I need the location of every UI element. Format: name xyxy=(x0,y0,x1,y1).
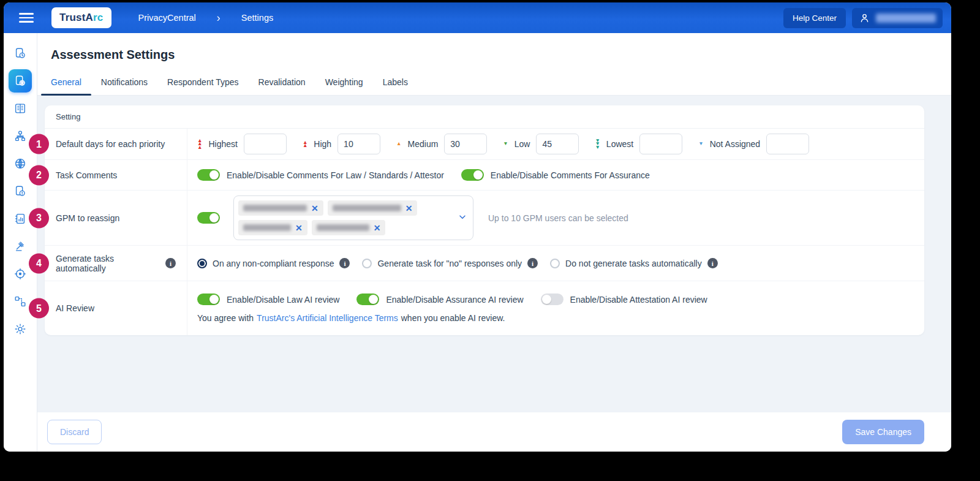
ai-terms-agreement: You agree withTrustArc's Artificial Inte… xyxy=(197,313,505,323)
row-task-comments: 2 Task Comments Enable/Disable Comments … xyxy=(45,160,924,191)
chip-remove-icon[interactable]: ✕ xyxy=(374,224,381,232)
help-center-button[interactable]: Help Center xyxy=(783,8,846,28)
page-header: Assessment Settings General Notification… xyxy=(37,33,951,96)
tab-general[interactable]: General xyxy=(41,69,91,95)
comments-law-toggle[interactable] xyxy=(197,169,220,181)
row-label: AI Review xyxy=(45,281,187,335)
priority-low-icon: ▼ xyxy=(503,142,508,146)
gpm-user-chip: ✕ xyxy=(238,220,307,235)
priority-lowest-icon: ▼▼▼ xyxy=(595,139,600,150)
tab-revalidation[interactable]: Revalidation xyxy=(249,69,315,95)
user-name-redacted xyxy=(876,13,936,23)
radio-no-responses-only[interactable] xyxy=(362,259,372,268)
high-days-input[interactable] xyxy=(337,134,380,154)
attestation-ai-review-toggle[interactable] xyxy=(541,294,564,305)
gpm-users-multiselect[interactable]: ✕ ✕ ✕ ✕ xyxy=(233,195,473,240)
side-navigation xyxy=(4,33,37,452)
comments-assurance-toggle[interactable] xyxy=(461,169,484,181)
step-badge-5: 5 xyxy=(29,298,49,319)
tab-bar: General Notifications Respondent Types R… xyxy=(37,69,951,96)
user-icon xyxy=(859,12,870,24)
step-badge-2: 2 xyxy=(29,165,49,185)
discard-button[interactable]: Discard xyxy=(47,420,102,444)
page-title: Assessment Settings xyxy=(37,33,951,69)
medium-days-input[interactable] xyxy=(444,134,487,154)
priority-medium: ▲ Medium xyxy=(396,134,487,154)
priority-highest-icon: ▲▲▲ xyxy=(197,139,202,150)
priority-not-assigned: ▼ Not Assigned xyxy=(698,134,809,154)
row-generate-tasks: 4 Generate tasks automatically i On any … xyxy=(45,246,924,281)
row-label: Default days for each priority xyxy=(45,129,187,159)
info-icon[interactable]: i xyxy=(707,258,718,268)
tab-respondent-types[interactable]: Respondent Types xyxy=(157,69,249,95)
row-default-days: 1 Default days for each priority ▲▲▲ Hig… xyxy=(45,129,924,160)
gpm-reassign-toggle[interactable] xyxy=(197,212,220,224)
settings-card: Setting 1 Default days for each priority… xyxy=(45,105,924,335)
highest-days-input[interactable] xyxy=(244,134,287,154)
law-ai-review-toggle[interactable] xyxy=(197,294,220,305)
priority-medium-icon: ▲ xyxy=(396,142,401,146)
step-badge-1: 1 xyxy=(29,134,49,154)
info-icon[interactable]: i xyxy=(527,258,538,268)
breadcrumb-chevron-icon: › xyxy=(217,12,221,25)
hamburger-menu-icon[interactable] xyxy=(18,12,34,24)
row-label: GPM to reassign xyxy=(45,191,187,245)
breadcrumb-page[interactable]: Settings xyxy=(241,13,273,23)
action-footer: Discard Save Changes xyxy=(37,412,951,452)
nav-gavel-icon[interactable] xyxy=(9,235,32,258)
tab-labels[interactable]: Labels xyxy=(373,69,418,95)
row-ai-review: 5 AI Review Enable/Disable Law AI review xyxy=(45,281,924,335)
chevron-down-icon[interactable] xyxy=(458,212,467,224)
trustarc-logo[interactable]: TrustArc xyxy=(51,7,111,28)
chip-remove-icon[interactable]: ✕ xyxy=(295,224,303,232)
breadcrumb: PrivacyCentral › Settings xyxy=(138,12,274,25)
nav-brain-globe-icon[interactable] xyxy=(9,152,32,175)
breadcrumb-app[interactable]: PrivacyCentral xyxy=(138,13,196,23)
settings-column-header: Setting xyxy=(45,105,924,129)
priority-high: ▲▲ High xyxy=(303,134,380,154)
nav-document-alert-icon[interactable] xyxy=(9,180,32,203)
step-badge-4: 4 xyxy=(29,253,49,273)
topbar: TrustArc PrivacyCentral › Settings Help … xyxy=(4,2,951,33)
nav-document-clock-icon[interactable] xyxy=(9,42,32,65)
settings-content: Setting 1 Default days for each priority… xyxy=(37,96,951,412)
tab-weighting[interactable]: Weighting xyxy=(315,69,373,95)
row-label: Generate tasks automatically i xyxy=(45,246,187,281)
info-icon[interactable]: i xyxy=(165,258,176,268)
priority-highest: ▲▲▲ Highest xyxy=(197,134,287,154)
app-window: TrustArc PrivacyCentral › Settings Help … xyxy=(4,2,951,452)
assurance-ai-review-toggle[interactable] xyxy=(356,294,379,305)
gpm-user-chip: ✕ xyxy=(312,220,386,235)
priority-lowest: ▼▼▼ Lowest xyxy=(595,134,682,154)
low-days-input[interactable] xyxy=(536,134,579,154)
row-gpm-reassign: 3 GPM to reassign ✕ ✕ ✕ ✕ xyxy=(45,191,924,246)
radio-do-not-generate[interactable] xyxy=(550,259,560,268)
tab-notifications[interactable]: Notifications xyxy=(91,69,157,95)
nav-table-columns-icon[interactable] xyxy=(9,97,32,120)
info-icon[interactable]: i xyxy=(339,258,350,268)
gpm-user-chip: ✕ xyxy=(328,200,418,216)
nav-target-icon[interactable] xyxy=(9,262,32,286)
priority-high-icon: ▲▲ xyxy=(303,141,307,148)
radio-non-compliant[interactable] xyxy=(197,259,207,268)
chip-remove-icon[interactable]: ✕ xyxy=(311,204,318,213)
nav-document-globe-icon[interactable] xyxy=(9,69,32,93)
priority-low: ▼ Low xyxy=(503,134,579,154)
step-badge-3: 3 xyxy=(29,208,49,228)
row-label: Task Comments xyxy=(45,160,187,190)
gpm-helper-text: Up to 10 GPM users can be selected xyxy=(488,213,628,223)
gpm-user-chip: ✕ xyxy=(238,200,323,216)
user-menu[interactable] xyxy=(852,8,943,28)
ai-terms-link[interactable]: TrustArc's Artificial Intelligence Terms xyxy=(257,313,398,323)
not-assigned-days-input[interactable] xyxy=(766,134,809,154)
lowest-days-input[interactable] xyxy=(639,134,682,154)
save-changes-button[interactable]: Save Changes xyxy=(842,420,924,444)
priority-not-assigned-icon: ▼ xyxy=(698,142,703,146)
chip-remove-icon[interactable]: ✕ xyxy=(405,204,413,213)
nav-gear-icon[interactable] xyxy=(9,317,32,341)
